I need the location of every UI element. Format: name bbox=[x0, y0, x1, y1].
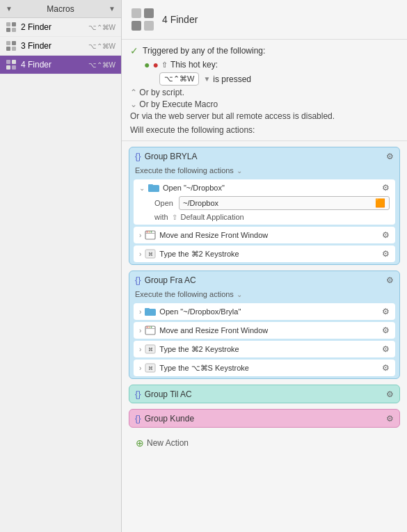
groups-container: {} Group BRYLA ⚙ Execute the following a… bbox=[129, 147, 400, 428]
svg-rect-2 bbox=[6, 28, 10, 32]
action-folder-icon-open-dropbox bbox=[148, 183, 159, 193]
hotkey-value-row: ⌥⌃⌘W ▼ is pressed bbox=[144, 72, 399, 86]
svg-text:⌘: ⌘ bbox=[148, 366, 153, 371]
or-by-execute-label: Or by Execute Macro bbox=[139, 99, 218, 109]
gear-icon-group-kunde[interactable]: ⚙ bbox=[386, 414, 394, 424]
or-via-web-row: Or via the web server but all remote acc… bbox=[130, 111, 399, 121]
svg-rect-19 bbox=[145, 233, 155, 234]
svg-rect-14 bbox=[131, 21, 141, 31]
svg-rect-5 bbox=[12, 41, 16, 45]
execute-arrow-icon-bryla[interactable]: ⌄ bbox=[237, 167, 242, 175]
action-item-move-resize-1: › Move and Resize Front Window ⚙ bbox=[134, 227, 395, 243]
macro-shortcut-3finder: ⌥⌃⌘W bbox=[88, 42, 115, 50]
gear-icon-open-dropbox-bryla[interactable]: ⚙ bbox=[382, 307, 390, 316]
open-path-browse-icon-open-dropbox[interactable]: 🟧 bbox=[375, 198, 385, 208]
group-name-til-ac: Group Til AC bbox=[145, 389, 192, 399]
triggered-by-label: Triggered by any of the following: bbox=[143, 46, 265, 56]
trigger-indent: ● ● ⇧ This hot key: ⌥⌃⌘W ▼ is pressed bbox=[130, 59, 399, 86]
panel-collapse-icon[interactable]: ▼ bbox=[6, 5, 13, 13]
action-item-move-resize-2: › Move and Resize Front Window ⚙ bbox=[134, 322, 395, 339]
macro-shortcut-4finder: ⌥⌃⌘W bbox=[88, 61, 115, 69]
trigger-section: ✓ Triggered by any of the following: ● ●… bbox=[122, 40, 407, 141]
group-name-fra-ac: Group Fra AC bbox=[145, 275, 196, 285]
group-header-left-fra-ac: {} Group Fra AC bbox=[135, 275, 196, 285]
action-item-left-move-resize-2: › Move and Resize Front Window bbox=[139, 325, 378, 335]
execute-arrow-icon-fra-ac[interactable]: ⌄ bbox=[237, 291, 242, 298]
svg-point-21 bbox=[149, 232, 150, 233]
macro-list: 2 Finder ⌥⌃⌘W 3 Finder ⌥⌃⌘W 4 Finder ⌥⌃⌘… bbox=[0, 18, 121, 74]
with-label-open-dropbox: with bbox=[154, 213, 168, 221]
svg-rect-11 bbox=[12, 65, 16, 70]
gear-icon-open-dropbox[interactable]: ⚙ bbox=[382, 183, 390, 193]
group-header-kunde: {} Group Kunde ⚙ bbox=[129, 410, 399, 427]
gear-icon-move-resize-2[interactable]: ⚙ bbox=[382, 325, 390, 335]
chevron-right-icon-type-keystroke-2[interactable]: › bbox=[139, 346, 141, 353]
action-icon-move-resize-2 bbox=[145, 325, 156, 335]
group-block-kunde: {} Group Kunde ⚙ bbox=[129, 409, 400, 428]
svg-rect-28 bbox=[145, 328, 155, 329]
sidebar-item-3finder[interactable]: 3 Finder ⌥⌃⌘W bbox=[0, 37, 121, 56]
panel-filter-icon[interactable]: ▼ bbox=[109, 5, 115, 13]
svg-rect-8 bbox=[6, 60, 10, 64]
macro-name-3finder: 3 Finder bbox=[21, 41, 84, 51]
group-header-til-ac: {} Group Til AC ⚙ bbox=[129, 385, 399, 403]
open-path-box-open-dropbox[interactable]: ~/Dropbox 🟧 bbox=[179, 196, 390, 210]
action-title-type-keystroke-3: Type the ⌥⌘S Keystroke bbox=[159, 364, 249, 373]
svg-rect-7 bbox=[12, 47, 16, 51]
hotkey-dropdown-icon[interactable]: ▼ bbox=[203, 75, 210, 83]
svg-point-30 bbox=[149, 327, 150, 328]
new-action-label: New Action bbox=[147, 438, 189, 448]
action-item-type-keystroke-1: › ⌘ Type the ⌘2 Keystroke ⚙ bbox=[134, 245, 395, 262]
chevron-right-icon-move-resize-1[interactable]: › bbox=[139, 232, 141, 239]
gear-icon-group-fra-ac[interactable]: ⚙ bbox=[386, 275, 394, 285]
action-expanded-header-open-dropbox: ⌄ Open "~/Dropbox" ⚙ bbox=[139, 183, 390, 193]
svg-point-31 bbox=[151, 327, 152, 328]
group-name-bryla: Group BRYLA bbox=[145, 152, 198, 161]
action-expanded-open-dropbox: ⌄ Open "~/Dropbox" ⚙ Open ~/Dropb bbox=[134, 179, 395, 225]
group-block-bryla: {} Group BRYLA ⚙ Execute the following a… bbox=[129, 147, 400, 265]
gear-icon-move-resize-1[interactable]: ⚙ bbox=[382, 230, 390, 240]
execute-text-bryla: Execute the following actions bbox=[135, 166, 234, 175]
chevron-right-icon-move-resize-2[interactable]: › bbox=[139, 327, 141, 334]
chevron-right-icon-open-dropbox-bryla[interactable]: › bbox=[139, 308, 141, 316]
svg-rect-3 bbox=[12, 28, 16, 32]
group-block-til-ac: {} Group Til AC ⚙ bbox=[129, 385, 400, 403]
action-item-left-type-keystroke-1: › ⌘ Type the ⌘2 Keystroke bbox=[139, 249, 378, 259]
gear-icon-type-keystroke-3[interactable]: ⚙ bbox=[382, 363, 390, 373]
gear-icon-type-keystroke-2[interactable]: ⚙ bbox=[382, 344, 390, 354]
group-curly-icon-fra-ac: {} bbox=[135, 275, 141, 285]
group-curly-icon-til-ac: {} bbox=[135, 389, 141, 399]
execute-label-bryla: Execute the following actions ⌄ bbox=[129, 165, 399, 177]
gear-icon-group-bryla[interactable]: ⚙ bbox=[386, 152, 394, 161]
group-name-kunde: Group Kunde bbox=[145, 414, 194, 424]
chevron-right-icon-type-keystroke-1[interactable]: › bbox=[139, 250, 141, 258]
chevron-right-icon-type-keystroke-3[interactable]: › bbox=[139, 364, 141, 372]
svg-rect-15 bbox=[144, 21, 154, 31]
svg-text:⌘: ⌘ bbox=[148, 347, 153, 352]
gear-icon-type-keystroke-1[interactable]: ⚙ bbox=[382, 249, 390, 259]
macro-icon-3finder bbox=[6, 40, 17, 51]
action-item-left-open-dropbox-bryla: › Open "~/Dropbox/Bryla" bbox=[139, 307, 378, 316]
svg-rect-9 bbox=[12, 60, 16, 64]
or-by-execute-row: ⌄ Or by Execute Macro bbox=[130, 99, 399, 109]
action-expanded-left-open-dropbox: ⌄ Open "~/Dropbox" bbox=[139, 183, 225, 193]
open-path-row-open-dropbox: Open ~/Dropbox 🟧 bbox=[154, 196, 390, 210]
hotkey-value[interactable]: ⌥⌃⌘W bbox=[159, 72, 199, 86]
new-action-row[interactable]: ⊕ New Action bbox=[129, 433, 400, 453]
sidebar-item-4finder[interactable]: 4 Finder ⌥⌃⌘W bbox=[0, 56, 121, 74]
right-panel: 4 Finder ✓ Triggered by any of the follo… bbox=[122, 0, 407, 532]
action-item-open-dropbox-bryla: › Open "~/Dropbox/Bryla" ⚙ bbox=[134, 303, 395, 320]
sidebar-item-2finder[interactable]: 2 Finder ⌥⌃⌘W bbox=[0, 18, 121, 37]
new-action-plus-icon: ⊕ bbox=[136, 437, 144, 449]
actions-section: {} Group BRYLA ⚙ Execute the following a… bbox=[122, 141, 407, 532]
svg-rect-12 bbox=[131, 8, 141, 18]
gear-icon-group-til-ac[interactable]: ⚙ bbox=[386, 389, 394, 399]
or-by-script-row: ⌃ Or by script. bbox=[130, 88, 399, 97]
with-row-open-dropbox: with ⇧ Default Application bbox=[154, 213, 390, 221]
svg-rect-0 bbox=[6, 22, 10, 26]
chevron-down-icon-open-dropbox[interactable]: ⌄ bbox=[139, 184, 145, 192]
macro-shortcut-2finder: ⌥⌃⌘W bbox=[88, 24, 115, 31]
macro-icon-2finder bbox=[6, 22, 17, 33]
svg-point-22 bbox=[151, 232, 152, 233]
action-item-left-move-resize-1: › Move and Resize Front Window bbox=[139, 230, 378, 240]
